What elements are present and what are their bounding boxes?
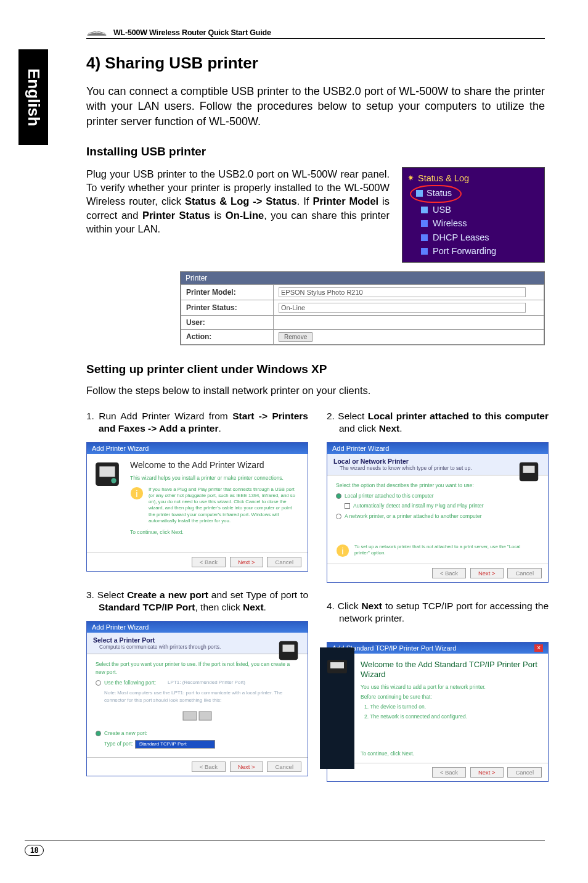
radio-local-printer[interactable]: Local printer attached to this computer (336, 492, 539, 500)
wizard-2: Add Printer Wizard Local or Network Prin… (327, 442, 549, 583)
setup-follow-text: Follow the steps below to install networ… (86, 385, 545, 396)
info-icon: i (130, 487, 144, 500)
text-bold: Next (379, 423, 400, 433)
cancel-button[interactable]: Cancel (507, 767, 542, 778)
table-row: Printer Status: (181, 300, 544, 315)
section-title: 4) Sharing USB printer (86, 54, 545, 73)
header: WL-500W Wireless Router Quick Start Guid… (86, 25, 545, 39)
back-button[interactable]: < Back (432, 568, 466, 578)
remove-button[interactable]: Remove (279, 332, 312, 342)
step-1-text: 1. Run Add Printer Wizard from Start -> … (86, 410, 308, 435)
radio-label: Create a new port: (104, 729, 147, 737)
wizard-line: Select the option that describes the pri… (336, 482, 539, 490)
next-button[interactable]: Next > (230, 557, 263, 567)
radio-use-port[interactable]: Use the following port: LPT1: (Recommend… (96, 679, 299, 687)
install-paragraph: Plug your USB printer to the USB2.0 port… (86, 167, 390, 236)
wizard-heading: Welcome to the Add Standard TCP/IP Print… (361, 660, 543, 679)
step-3-text: 3. Select Create a new port and set Type… (86, 589, 308, 614)
text-bold: Local printer attached to this computer (368, 411, 549, 421)
printer-icon (94, 461, 120, 487)
back-button[interactable]: < Back (192, 557, 226, 567)
wizard-title: Add Printer Wizard (87, 443, 308, 454)
radio-label: A network printer, or a printer attached… (345, 512, 482, 520)
menu-item-usb[interactable]: USB (407, 203, 539, 216)
radio-icon (336, 514, 341, 519)
text: is (210, 210, 226, 221)
svg-rect-10 (523, 466, 535, 472)
radio-create-port[interactable]: Create a new port: (96, 729, 299, 737)
printer-status-table: Printer Printer Model: Printer Status: U… (180, 271, 545, 345)
label-user: User: (181, 315, 274, 329)
table-row: Printer Model: (181, 284, 544, 300)
text: , then click (195, 602, 243, 612)
page-icon (421, 248, 428, 255)
label-action: Action: (181, 329, 274, 344)
menu-label: Status & Log (418, 171, 469, 185)
printer-model-field[interactable] (279, 287, 526, 297)
text: 1. Run Add Printer Wizard from (86, 411, 232, 421)
status-log-menu: ✷Status & Log Status USB Wireless DHCP L… (402, 167, 545, 263)
back-button[interactable]: < Back (432, 767, 466, 778)
page-icon (421, 207, 428, 213)
wizard-paragraph: Before continuing be sure that: (361, 694, 543, 700)
page-footer: 18 (25, 840, 545, 856)
wizard-title-bar: Add Standard TCP/IP Printer Port Wizard … (327, 643, 548, 654)
next-button[interactable]: Next > (470, 568, 504, 578)
wizard-paragraph: You use this wizard to add a port for a … (361, 684, 543, 690)
setup-heading: Setting up printer client under Windows … (86, 363, 545, 376)
gear-icon: ✷ (407, 172, 414, 184)
svg-rect-7 (183, 712, 197, 720)
wizard-note: If you have a Plug and Play printer that… (149, 487, 295, 524)
install-heading: Installing USB printer (86, 145, 545, 158)
wizard-subhead: Select a Printer Port (93, 636, 301, 644)
menu-label: USB (433, 203, 451, 216)
user-value (274, 315, 544, 329)
step-4-text: 4. Click Next to setup TCP/IP port for a… (327, 600, 549, 625)
wizard-subtext: Computers communicate with printers thro… (99, 644, 301, 650)
section-lead: You can connect a comptible USB printer … (86, 84, 545, 129)
printer-status-field[interactable] (279, 303, 526, 313)
radio-icon (96, 731, 101, 736)
menu-label: DHCP Leases (433, 231, 489, 244)
checkbox-auto-detect[interactable]: Automatically detect and install my Plug… (345, 502, 539, 510)
header-title: WL-500W Wireless Router Quick Start Guid… (113, 28, 271, 37)
text-bold: Standard TCP/IP Port (99, 602, 195, 612)
port-type-select[interactable]: Standard TCP/IP Port (135, 740, 215, 749)
menu-item-port-forwarding[interactable]: Port Forwarding (407, 244, 539, 258)
back-button[interactable]: < Back (192, 762, 226, 772)
menu-item-wireless[interactable]: Wireless (407, 216, 539, 230)
wizard-continue: To continue, click Next. (361, 750, 543, 757)
wizard-subhead: Local or Network Printer (333, 458, 542, 465)
radio-network-printer[interactable]: A network printer, or a printer attached… (336, 512, 539, 520)
svg-text:i: i (341, 546, 343, 556)
cancel-button[interactable]: Cancel (267, 762, 301, 772)
label: Type of port: (104, 741, 133, 747)
cancel-button[interactable]: Cancel (267, 557, 301, 567)
menu-label: Port Forwarding (433, 244, 496, 258)
text: and set Type of port to (208, 589, 308, 600)
next-button[interactable]: Next > (470, 767, 504, 778)
wizard-4: Add Standard TCP/IP Printer Port Wizard … (327, 642, 549, 782)
close-icon[interactable]: × (534, 644, 543, 652)
text-bold: Next (361, 601, 382, 611)
menu-item-status[interactable]: Status (407, 185, 539, 202)
wizard-paragraph: This wizard helps you install a printer … (130, 475, 300, 482)
wizard-continue: To continue, click Next. (130, 529, 300, 536)
menu-item-dhcp[interactable]: DHCP Leases (407, 231, 539, 244)
page-icon (416, 190, 423, 197)
wizard-list-item: 1. The device is turned on. (364, 704, 543, 710)
wizard-footer: < Back Next > Cancel (327, 763, 548, 781)
wizard-hint: Note: Most computers use the LPT1: port … (104, 689, 299, 704)
radio-icon (96, 680, 101, 686)
wizard-footer: < Back Next > Cancel (327, 564, 548, 582)
next-button[interactable]: Next > (230, 762, 263, 772)
language-label: English (24, 68, 43, 126)
wizard-heading: Welcome to the Add Printer Wizard (130, 460, 300, 470)
text-bold: Create a new port (127, 589, 208, 600)
cancel-button[interactable]: Cancel (507, 568, 542, 578)
menu-top-item[interactable]: ✷Status & Log (407, 171, 539, 185)
svg-rect-8 (199, 712, 211, 720)
radio-label: Use the following port: (104, 679, 156, 687)
menu-label: Wireless (433, 216, 467, 230)
wizard-subtext: The wizard needs to know which type of p… (340, 465, 542, 471)
